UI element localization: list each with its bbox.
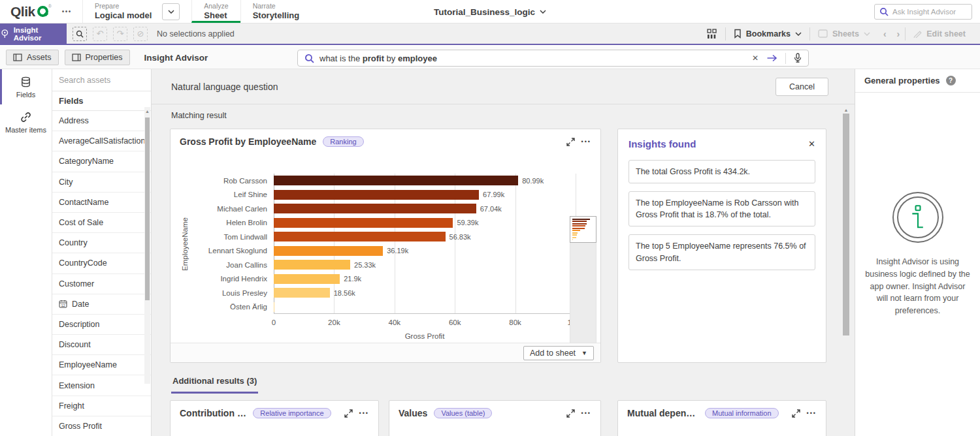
chevron-left-icon[interactable]: ‹ [878,29,892,39]
qlik-logo[interactable]: Qlik ® [0,0,52,23]
main-content: Natural language question Cancel Matchin… [152,69,855,436]
field-item[interactable]: 12 Gross Profit [52,416,151,436]
tab-additional-results[interactable]: Additional results (3) [171,376,258,394]
minimap-track[interactable] [570,243,596,358]
field-item[interactable]: 12 CategoryName [52,151,151,172]
chart-card-footer: Add to sheet ▼ [171,343,600,362]
assets-toggle-button[interactable]: Assets [6,50,59,65]
field-item[interactable]: 12 Extension [52,375,151,396]
field-label: EmployeeName [59,360,117,369]
bar[interactable] [274,288,330,298]
clear-selections-icon[interactable]: ⊘ [133,27,148,41]
bar[interactable] [274,302,274,312]
category-label[interactable]: Helen Brolin [171,219,274,226]
add-to-sheet-button[interactable]: Add to sheet ▼ [523,346,594,360]
chart-minimap[interactable] [570,216,596,358]
menu-icon[interactable]: ••• [581,410,591,416]
bar[interactable] [274,260,350,270]
chart-row: Rob Carsson80.99k [171,174,576,188]
close-icon[interactable]: ✕ [808,139,815,149]
fields-icon [20,76,32,88]
field-item[interactable]: 12 Discount [52,335,151,355]
bookmarks-button[interactable]: Bookmarks [726,23,809,44]
bar[interactable] [274,176,518,185]
search-assets-input[interactable] [52,69,151,91]
field-item[interactable]: 12 ContactName [52,193,151,213]
ask-insight-advisor-box[interactable] [874,4,972,20]
bar[interactable] [274,246,383,256]
category-label[interactable]: Michael Carlen [171,205,274,213]
category-label[interactable]: Joan Callins [171,261,274,269]
field-label: CountryCode [59,258,107,268]
cancel-button[interactable]: Cancel [776,78,828,96]
help-icon[interactable]: ? [946,76,956,86]
chevron-right-icon[interactable]: › [892,29,906,39]
expand-icon[interactable] [566,409,575,418]
scroll-up-icon[interactable]: ▲ [144,107,150,116]
menu-icon[interactable]: ••• [359,410,369,416]
redo-icon[interactable]: ↷ [113,27,127,41]
scrollbar-thumb[interactable] [843,114,849,335]
app-title[interactable]: Tutorial_Business_logic [434,0,546,23]
field-item[interactable]: 12 Customer [52,274,151,294]
bar[interactable] [274,274,340,284]
expand-icon[interactable] [792,409,800,418]
properties-label: Properties [86,53,123,62]
bar[interactable] [274,190,479,200]
sidebar-item-master-items[interactable]: Master items [0,104,52,140]
expand-icon[interactable] [344,409,353,418]
field-item[interactable]: 12 CountryCode [52,253,151,273]
category-label[interactable]: Rob Carsson [171,177,274,185]
ask-insight-advisor-input[interactable] [892,8,964,16]
bar[interactable] [274,204,476,213]
category-label[interactable]: Louis Presley [171,289,274,297]
field-item[interactable]: 12 EmployeeName [52,355,151,375]
app-objects-button[interactable] [699,23,725,44]
card-badge: Relative importance [253,408,331,418]
bar[interactable] [274,232,446,241]
question-search-box[interactable]: what is the profit by employee ✕ [297,50,809,67]
calendar-icon: 12 [59,300,67,308]
field-label: Country [59,238,88,247]
undo-icon[interactable]: ↶ [93,27,107,41]
submit-arrow-icon[interactable] [766,54,777,62]
nav-narrate[interactable]: Narrate Storytelling [240,0,312,23]
sheets-button[interactable]: Sheets [810,23,878,44]
field-item[interactable]: 12 AverageCallSatisfaction [52,131,151,151]
nav-analyze[interactable]: Analyze Sheet [191,0,240,23]
field-item[interactable]: 12 Description [52,315,151,335]
x-tick-label: 40k [389,319,401,326]
field-item[interactable]: 12 Cost of Sale [52,213,151,233]
category-label[interactable]: Leif Shine [171,191,274,198]
question-text[interactable]: what is the profit by employee [319,54,437,63]
category-label[interactable]: Lennart Skoglund [171,247,274,255]
menu-icon[interactable]: ••• [807,410,817,416]
minimap-bars[interactable] [570,216,596,243]
category-label[interactable]: Tom Lindwall [171,233,274,241]
field-item[interactable]: 12 Country [52,233,151,253]
bar[interactable] [274,218,453,228]
insight-advisor-button[interactable]: Insight Advisor [0,23,67,44]
microphone-icon[interactable] [794,53,802,63]
chart-row: Lennart Skoglund36.19k [171,244,576,258]
edit-sheet-button[interactable]: Edit sheet [906,23,973,44]
main-scrollbar[interactable]: ▲ [841,106,851,436]
field-label: CategoryName [59,157,114,166]
expand-icon[interactable] [566,138,575,146]
menu-icon[interactable]: ••• [581,138,591,145]
field-item[interactable]: 12 Freight [52,396,151,416]
selections-search-icon[interactable] [73,27,87,41]
more-icon[interactable]: ••• [52,0,82,23]
assets-scrollbar[interactable]: ▲ [144,107,150,384]
category-label[interactable]: Östen Ärlig [171,303,274,311]
sidebar-item-fields[interactable]: Fields [0,69,52,104]
clear-icon[interactable]: ✕ [752,54,759,63]
field-item[interactable]: 12 City [52,172,151,193]
scrollbar-thumb[interactable] [145,117,150,300]
field-item[interactable]: 12 Address [52,111,151,131]
field-item[interactable]: 12 Date [52,294,151,315]
properties-toggle-button[interactable]: Properties [65,50,130,65]
prepare-dropdown-button[interactable] [162,3,180,20]
nav-prepare[interactable]: Prepare Logical model [82,0,191,23]
category-label[interactable]: Ingrid Hendrix [171,275,274,283]
